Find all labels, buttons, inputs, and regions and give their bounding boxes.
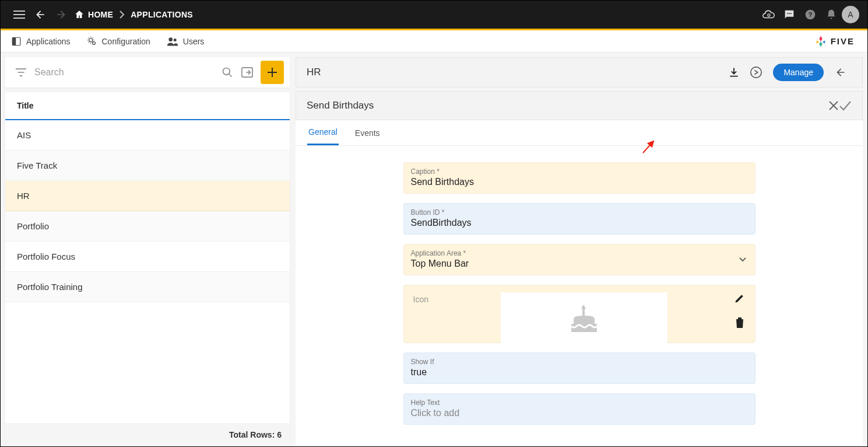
svg-point-14 <box>751 67 761 78</box>
field-app-area-value: Top Menu Bar <box>411 259 748 269</box>
svg-rect-15 <box>582 310 585 316</box>
detail-header: HR Manage <box>296 57 863 88</box>
add-button[interactable] <box>261 61 284 84</box>
chevron-right-icon <box>119 11 125 19</box>
birthday-cake-icon <box>565 299 603 337</box>
search-bar <box>5 57 290 88</box>
nav-applications-label: Applications <box>26 37 71 46</box>
import-icon[interactable] <box>237 62 257 82</box>
confirm-icon[interactable] <box>839 100 852 111</box>
svg-point-12 <box>223 68 230 75</box>
list-footer-label: Total Rows: <box>229 430 275 439</box>
icon-preview <box>501 292 667 344</box>
field-caption-value: Send Birthdays <box>411 177 748 187</box>
list-footer: Total Rows: 6 <box>5 423 290 446</box>
list-row[interactable]: Portfolio Training <box>5 272 290 302</box>
left-panel: Title AISFive TrackHRPortfolioPortfolio … <box>1 53 290 446</box>
tab-general[interactable]: General <box>307 120 339 145</box>
breadcrumb-home-label: HOME <box>88 10 113 19</box>
svg-point-3 <box>790 13 792 14</box>
detail-section-title: Send Birthdays <box>307 100 374 111</box>
field-caption[interactable]: Caption * Send Birthdays <box>403 162 755 194</box>
field-button-id-value: SendBirthdays <box>411 218 748 228</box>
help-icon[interactable]: ? <box>800 4 821 25</box>
right-panel: HR Manage Send Birthdays <box>290 53 867 446</box>
field-button-id-label: Button ID * <box>411 208 748 216</box>
form-area: Caption * Send Birthdays Button ID * Sen… <box>296 146 863 446</box>
svg-rect-7 <box>12 37 16 46</box>
close-icon[interactable] <box>828 100 839 111</box>
logo-text: FIVE <box>831 36 855 46</box>
home-icon <box>74 9 85 20</box>
list-row[interactable]: AIS <box>5 120 290 151</box>
svg-point-1 <box>787 13 788 14</box>
download-icon[interactable] <box>723 61 745 83</box>
avatar[interactable]: A <box>842 6 859 23</box>
field-showif-label: Show If <box>411 358 748 366</box>
deploy-icon[interactable] <box>745 61 767 83</box>
chevron-down-icon <box>739 257 747 263</box>
detail-subheader: Send Birthdays <box>296 91 863 120</box>
nav-configuration-label: Configuration <box>102 37 150 46</box>
filter-icon[interactable] <box>11 62 31 82</box>
list-header-title[interactable]: Title <box>5 92 290 120</box>
list-row[interactable]: Five Track <box>5 151 290 181</box>
nav-applications[interactable]: Applications <box>11 36 71 47</box>
svg-point-11 <box>173 39 176 41</box>
logo-icon <box>814 35 827 48</box>
svg-text:?: ? <box>808 11 812 18</box>
breadcrumb-home[interactable]: HOME <box>74 9 113 20</box>
hamburger-icon[interactable] <box>9 4 30 25</box>
chat-icon[interactable] <box>779 4 800 25</box>
breadcrumb: HOME APPLICATIONS <box>74 9 193 20</box>
field-application-area[interactable]: Application Area * Top Menu Bar <box>403 244 755 275</box>
sub-nav: Applications Configuration Users FIVE <box>1 30 867 53</box>
users-icon <box>167 36 178 47</box>
field-icon[interactable]: Icon <box>403 285 755 343</box>
svg-point-2 <box>789 13 790 14</box>
field-showif-value: true <box>411 367 748 378</box>
field-help-text[interactable]: Help Text Click to add <box>403 393 755 425</box>
svg-point-9 <box>92 41 95 44</box>
breadcrumb-applications[interactable]: APPLICATIONS <box>131 10 193 19</box>
field-show-if[interactable]: Show If true <box>403 352 755 384</box>
manage-button[interactable]: Manage <box>773 64 824 81</box>
search-icon[interactable] <box>217 62 237 82</box>
top-bar: HOME APPLICATIONS ? A <box>1 1 867 30</box>
list-footer-count: 6 <box>277 430 282 439</box>
field-help-placeholder: Click to add <box>411 408 748 418</box>
app-list-panel: Title AISFive TrackHRPortfolioPortfolio … <box>5 92 290 446</box>
list-row[interactable]: HR <box>5 181 290 211</box>
svg-point-10 <box>168 37 173 41</box>
nav-users-label: Users <box>183 37 205 46</box>
svg-point-8 <box>89 38 92 41</box>
bell-icon[interactable] <box>821 4 842 25</box>
search-input[interactable] <box>31 67 217 78</box>
back-arrow-icon[interactable] <box>830 61 852 83</box>
field-caption-label: Caption * <box>411 167 748 176</box>
list-row[interactable]: Portfolio <box>5 211 290 242</box>
back-icon[interactable] <box>30 4 51 25</box>
nav-users[interactable]: Users <box>167 36 205 47</box>
field-app-area-label: Application Area * <box>411 249 748 257</box>
field-icon-label: Icon <box>413 292 501 304</box>
forward-icon <box>51 4 72 25</box>
field-button-id[interactable]: Button ID * SendBirthdays <box>403 203 755 235</box>
svg-point-0 <box>768 14 770 16</box>
brand-logo: FIVE <box>814 35 855 48</box>
nav-configuration[interactable]: Configuration <box>87 36 150 47</box>
detail-tabs: General Events <box>296 120 863 146</box>
delete-icon[interactable] <box>735 317 745 329</box>
tab-events[interactable]: Events <box>354 121 381 145</box>
field-help-label: Help Text <box>411 399 748 407</box>
cloud-icon[interactable] <box>758 4 779 25</box>
list-row[interactable]: Portfolio Focus <box>5 242 290 272</box>
detail-app-title: HR <box>307 67 321 78</box>
apps-icon <box>11 36 22 47</box>
edit-icon[interactable] <box>734 292 746 304</box>
gear-icon <box>87 36 97 47</box>
